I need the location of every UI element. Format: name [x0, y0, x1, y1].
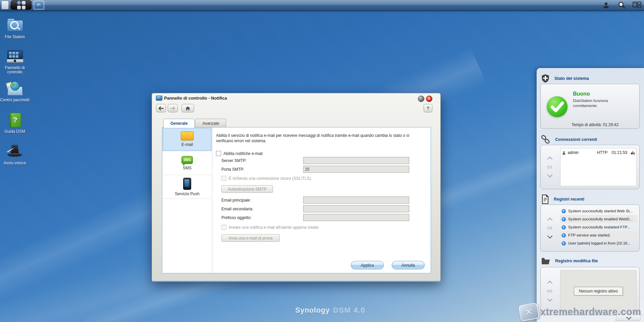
secondary-email-input[interactable] — [303, 205, 409, 212]
status-ok-icon — [547, 96, 568, 117]
page-down-icon[interactable] — [547, 297, 552, 302]
connections-box: 1/1 admin HTTP 01:21:53 — [540, 145, 640, 189]
watermark-badge-icon: ✕ — [519, 303, 540, 322]
smtp-server-label: Server SMTP: — [221, 158, 247, 163]
subject-prefix-label: Prefisso oggetto: — [221, 215, 252, 220]
enable-email-checkbox-row[interactable]: Abilita notifiche e-mail — [216, 151, 263, 156]
user-icon — [562, 151, 566, 155]
checkbox[interactable] — [216, 151, 221, 156]
notify-new-user-checkbox-row[interactable]: Inviare una notifica e-mail all'utente a… — [221, 225, 319, 230]
desktop-icon-label: File Station — [0, 35, 30, 39]
window-bottom-edge — [152, 280, 440, 281]
brand-name: Synology — [295, 306, 330, 315]
sidebar-item-email[interactable]: E-mail — [162, 127, 212, 151]
desktop-icon-dsm-help[interactable]: ? Guida DSM — [0, 112, 30, 134]
logs-pager: 1/5 — [541, 205, 559, 251]
file-station-icon — [6, 17, 23, 34]
main-menu-button[interactable] — [11, 0, 32, 10]
status-value: Buono — [573, 91, 590, 97]
sidebar-item-sms[interactable]: SMS SMS — [162, 151, 212, 175]
apply-button[interactable]: Applica — [351, 261, 384, 269]
tab-generale[interactable]: Generale — [163, 119, 195, 128]
connection-row[interactable]: admin HTTP 01:21:53 — [560, 148, 636, 157]
log-text: System successfully restarted FTP... — [568, 225, 630, 229]
back-arrow-icon — [158, 106, 164, 110]
sidebar-item-push-service[interactable]: Servizio Push — [162, 175, 212, 199]
package-center-icon — [6, 80, 23, 97]
connections-list: admin HTTP 01:21:53 — [560, 148, 637, 186]
uptime-text: Tempo di attività: 01:29:42 — [572, 122, 619, 127]
show-desktop-button[interactable] — [1, 1, 9, 9]
sidebar-item-label: E-mail — [181, 142, 193, 147]
checkbox-label: Inviare una notifica e-mail all'utente a… — [229, 225, 319, 230]
close-button[interactable]: ✕ — [426, 96, 432, 102]
send-test-email-button[interactable]: Invia una e-mail di prova — [221, 234, 280, 242]
subject-prefix-input[interactable] — [303, 214, 409, 221]
user-menu-button[interactable] — [601, 1, 611, 9]
forward-arrow-icon — [170, 106, 175, 110]
desktop-icon-label: Guida DSM — [0, 129, 30, 134]
page-up-icon[interactable] — [547, 218, 552, 223]
nav-back-button[interactable] — [156, 104, 166, 112]
page-down-icon[interactable] — [547, 233, 552, 239]
log-row[interactable]: i System successfully restarted FTP... — [560, 223, 637, 231]
tab-bar: Generale Avanzate — [163, 119, 227, 128]
taskbar — [0, 0, 644, 11]
page-down-icon[interactable] — [547, 172, 552, 178]
nav-forward-button[interactable] — [168, 104, 178, 112]
control-panel-icon — [36, 3, 42, 8]
tab-avanzate[interactable]: Avanzate — [195, 119, 226, 127]
main-menu-icon — [17, 1, 25, 9]
help-button[interactable]: ? — [424, 104, 432, 112]
smtp-server-input[interactable] — [303, 157, 409, 164]
file-log-empty-label: Nessun registro attivo — [574, 287, 623, 296]
disconnect-icon[interactable] — [630, 151, 635, 155]
recent-logs-box: 1/5 i System successfully started Web St… — [540, 205, 640, 252]
log-text: FTP service was started. — [568, 233, 610, 237]
log-document-icon — [541, 195, 549, 204]
smtp-port-input[interactable] — [303, 166, 409, 173]
window-titlebar[interactable]: Pannello di controllo - Notifica ✕ — [152, 93, 440, 103]
checkbox[interactable] — [221, 176, 226, 181]
ssl-checkbox-row[interactable]: È richiesta una connessione sicura (SSL/… — [221, 176, 312, 181]
pilot-view-button[interactable] — [632, 1, 642, 9]
window-title: Pannello di controllo - Notifica — [164, 96, 227, 101]
desktop-icon-quick-start[interactable]: Avvio veloce — [0, 144, 30, 165]
log-row[interactable]: i FTP service was started. — [560, 231, 637, 239]
page-up-icon[interactable] — [547, 281, 552, 286]
page-up-icon[interactable] — [547, 157, 552, 162]
desktop-icon-label: Pannello di controllo — [0, 66, 30, 74]
log-row[interactable]: i User [admin] logged in from [10.16... — [560, 239, 637, 247]
email-icon — [181, 131, 194, 141]
desktop-icon-file-station[interactable]: File Station — [0, 17, 30, 39]
control-panel-notification-window: Pannello di controllo - Notifica ✕ ? Gen… — [152, 93, 441, 282]
search-button[interactable] — [616, 1, 627, 9]
log-row[interactable]: i System successfully enabled WebD... — [560, 215, 637, 223]
widget-title: Stato del sistema — [554, 76, 589, 81]
info-icon: i — [561, 217, 566, 221]
user-icon — [602, 1, 610, 9]
log-row[interactable]: i System successfully started Web St... — [560, 207, 637, 215]
primary-email-input[interactable] — [303, 197, 409, 204]
sidebar-item-label: SMS — [183, 166, 192, 170]
folder-icon — [541, 257, 550, 265]
email-notification-description: Abilita il servizio di notifica e-mail p… — [216, 133, 423, 144]
minimize-button[interactable] — [418, 96, 424, 102]
cancel-button[interactable]: Annulla — [392, 261, 425, 269]
smtp-auth-button[interactable]: Autenticazione SMTP — [221, 185, 273, 193]
log-text: System successfully enabled WebD... — [568, 217, 633, 221]
desktop-icon-control-panel[interactable]: Pannello di controllo — [0, 48, 30, 74]
smtp-port-label: Porta SMTP: — [221, 167, 245, 172]
desktop-icon-package-center[interactable]: Centro pacchetti — [0, 80, 30, 102]
connection-protocol: HTTP — [597, 150, 612, 155]
sms-icon: SMS — [181, 156, 193, 164]
secondary-email-label: Email secondaria: — [221, 207, 253, 211]
desktop-icon-label: Centro pacchetti — [0, 98, 30, 102]
widget-title: Registri recenti — [554, 197, 584, 202]
nav-home-button[interactable] — [181, 104, 194, 112]
system-status-header: Stato del sistema — [541, 74, 589, 83]
checkbox[interactable] — [221, 225, 226, 230]
taskbar-item-control-panel[interactable] — [34, 1, 44, 10]
connections-pager: 1/1 — [541, 145, 559, 189]
desktop-icon-label: Avvio veloce — [0, 161, 30, 165]
